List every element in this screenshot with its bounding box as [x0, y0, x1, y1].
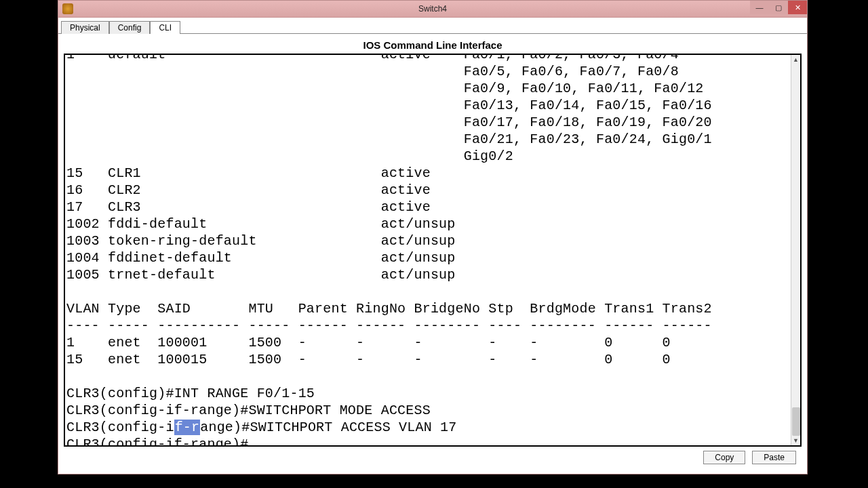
tab-physical[interactable]: Physical	[61, 21, 109, 34]
terminal-line: 15 enet 100015 1500 - - - - - 0 0	[66, 351, 800, 368]
cli-panel: IOS Command Line Interface 1 default act…	[58, 33, 807, 470]
terminal-line: 1004 fddinet-default act/unsup	[66, 249, 800, 266]
terminal-line: VLAN Type SAID MTU Parent RingNo BridgeN…	[66, 300, 800, 317]
terminal-line: Fa0/13, Fa0/14, Fa0/15, Fa0/16	[66, 97, 800, 114]
app-window: Switch4 — ▢ ✕ Physical Config CLI IOS Co…	[58, 0, 808, 474]
terminal-container: 1 default active Fa0/1, Fa0/2, Fa0/3, Fa…	[64, 54, 802, 447]
scroll-down-icon[interactable]: ▼	[791, 436, 800, 445]
terminal-line	[66, 368, 800, 385]
terminal-line: 1005 trnet-default act/unsup	[66, 266, 800, 283]
minimize-button[interactable]: —	[750, 1, 769, 14]
tab-cli[interactable]: CLI	[150, 21, 180, 34]
terminal-line: 1 enet 100001 1500 - - - - - 0 0	[66, 334, 800, 351]
terminal-prompt-line: CLR3(config-if-range)#	[66, 436, 800, 445]
terminal-line: Fa0/17, Fa0/18, Fa0/19, Fa0/20	[66, 114, 800, 131]
terminal-line: 1003 token-ring-default act/unsup	[66, 232, 800, 249]
titlebar[interactable]: Switch4 — ▢ ✕	[58, 1, 807, 18]
terminal-line: Fa0/5, Fa0/6, Fa0/7, Fa0/8	[66, 63, 800, 80]
close-button[interactable]: ✕	[788, 1, 807, 14]
copy-button[interactable]: Copy	[703, 451, 745, 464]
tab-config[interactable]: Config	[109, 21, 151, 34]
app-icon	[62, 3, 73, 14]
terminal-line: 1 default active Fa0/1, Fa0/2, Fa0/3, Fa…	[66, 55, 800, 63]
terminal-line: 17 CLR3 active	[66, 199, 800, 216]
terminal-line: Fa0/21, Fa0/23, Fa0/24, Gig0/1	[66, 131, 800, 148]
maximize-button[interactable]: ▢	[769, 1, 788, 14]
terminal-line: 15 CLR1 active	[66, 165, 800, 182]
window-title: Switch4	[418, 4, 447, 14]
terminal-line	[66, 283, 800, 300]
terminal-line: CLR3(config-if-range)#SWITCHPORT MODE AC…	[66, 402, 800, 419]
terminal-line: ---- ----- ---------- ----- ------ -----…	[66, 317, 800, 334]
tab-bar: Physical Config CLI	[58, 18, 807, 33]
terminal-scrollbar[interactable]: ▲ ▼	[791, 55, 800, 445]
terminal-line: 16 CLR2 active	[66, 182, 800, 199]
terminal-line: CLR3(config-if-range)#SWITCHPORT ACCESS …	[66, 419, 800, 436]
terminal-line: CLR3(config)#INT RANGE F0/1-15	[66, 385, 800, 402]
paste-button[interactable]: Paste	[752, 451, 796, 464]
window-controls: — ▢ ✕	[750, 1, 807, 14]
terminal-line: 1002 fddi-default act/unsup	[66, 216, 800, 232]
terminal-line: Gig0/2	[66, 148, 800, 165]
cli-heading: IOS Command Line Interface	[64, 39, 802, 51]
terminal-line: Fa0/9, Fa0/10, Fa0/11, Fa0/12	[66, 80, 800, 97]
text-selection: f-r	[174, 420, 201, 435]
scroll-up-icon[interactable]: ▲	[791, 55, 800, 64]
cli-terminal[interactable]: 1 default active Fa0/1, Fa0/2, Fa0/3, Fa…	[65, 55, 800, 445]
scroll-thumb[interactable]	[792, 407, 800, 436]
cli-button-row: Copy Paste	[64, 447, 802, 464]
